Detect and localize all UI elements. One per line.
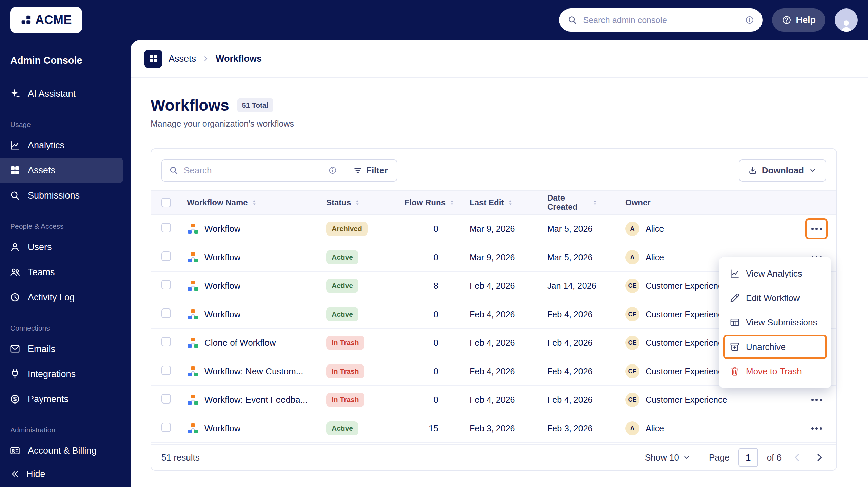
admin-search-input[interactable] — [582, 15, 740, 25]
owner-name: Customer Experience — [646, 338, 727, 348]
date-created-value: Mar 5, 2026 — [547, 224, 625, 234]
show-per-page-select[interactable]: Show 10 — [643, 452, 693, 463]
download-button[interactable]: Download — [739, 159, 826, 182]
column-status[interactable]: Status — [326, 198, 351, 207]
sidebar-item-assets[interactable]: Assets — [0, 158, 123, 183]
workflow-icon — [187, 280, 199, 292]
sort-icon[interactable] — [251, 199, 258, 206]
acme-logo[interactable]: ACME — [10, 7, 82, 33]
table-toolbar: Filter Download — [151, 149, 836, 190]
help-label: Help — [796, 15, 816, 25]
workflow-icon — [187, 394, 199, 406]
workflow-icon — [187, 422, 199, 434]
breadcrumb-assets-link[interactable]: Assets — [169, 54, 196, 64]
sidebar-item-label: AI Assistant — [28, 89, 76, 99]
workflow-name[interactable]: Workflow — [204, 252, 240, 263]
sidebar-hide-button[interactable]: Hide — [0, 461, 131, 487]
admin-search[interactable] — [559, 8, 763, 32]
user-avatar[interactable] — [835, 8, 858, 32]
user-icon — [9, 242, 20, 252]
workflow-name[interactable]: Workflow: Event Feedba... — [204, 395, 308, 405]
caret-down-icon — [809, 166, 817, 174]
menu-item-label: Edit Workflow — [746, 293, 800, 303]
column-last-edit[interactable]: Last Edit — [470, 198, 504, 207]
assets-tile-icon[interactable] — [144, 50, 162, 68]
sidebar-item-teams[interactable]: Teams — [0, 260, 131, 285]
owner-name: Customer Experience — [646, 395, 727, 405]
previous-page-button[interactable] — [790, 451, 804, 464]
sidebar-title: Admin Console — [0, 40, 131, 66]
page-subtitle: Manage your organization's workflows — [151, 119, 837, 129]
owner-avatar: CE — [625, 364, 639, 378]
status-badge: Active — [326, 307, 358, 321]
flow-runs-value: 0 — [403, 252, 470, 263]
menu-item-edit-workflow[interactable]: Edit Workflow — [723, 286, 827, 310]
column-date-created[interactable]: Date Created — [547, 193, 589, 212]
sidebar-item-integrations[interactable]: Integrations — [0, 361, 131, 387]
row-checkbox[interactable] — [161, 337, 171, 346]
row-actions-button[interactable] — [805, 218, 828, 239]
menu-item-label: Move to Trash — [746, 366, 802, 377]
row-checkbox[interactable] — [161, 223, 171, 232]
menu-item-unarchive[interactable]: Unarchive — [723, 335, 827, 359]
page-number-input[interactable] — [738, 448, 758, 467]
table-header: Workflow Name Status Flow Runs Last Edit… — [151, 190, 836, 215]
sidebar-item-activity-log[interactable]: Activity Log — [0, 285, 131, 310]
workflow-name[interactable]: Workflow — [204, 281, 240, 291]
row-checkbox[interactable] — [161, 280, 171, 289]
column-workflow-name[interactable]: Workflow Name — [187, 198, 248, 207]
info-icon[interactable] — [328, 166, 337, 175]
row-checkbox[interactable] — [161, 251, 171, 261]
row-checkbox[interactable] — [161, 366, 171, 375]
sidebar-item-submissions[interactable]: Submissions — [0, 183, 131, 208]
workflow-name[interactable]: Workflow — [204, 423, 240, 434]
workflow-name[interactable]: Workflow — [204, 309, 240, 320]
sort-icon[interactable] — [507, 199, 514, 206]
info-icon[interactable] — [745, 15, 754, 25]
row-actions-button[interactable] — [805, 389, 828, 410]
help-button[interactable]: Help — [772, 8, 825, 32]
row-checkbox[interactable] — [161, 423, 171, 432]
plug-icon — [9, 369, 20, 379]
sidebar-item-payments[interactable]: Payments — [0, 387, 131, 412]
menu-item-move-to-trash[interactable]: Move to Trash — [723, 359, 827, 383]
table-search-input[interactable] — [183, 165, 323, 176]
menu-item-view-analytics[interactable]: View Analytics — [723, 261, 827, 286]
sidebar-item-label: Activity Log — [28, 292, 75, 303]
acme-logo-text: ACME — [35, 13, 72, 27]
row-checkbox[interactable] — [161, 394, 171, 404]
trash-icon — [730, 366, 740, 376]
sidebar-section-label-usage: Usage — [0, 120, 131, 129]
clock-icon — [9, 292, 20, 303]
workflow-name[interactable]: Clone of Workflow — [204, 338, 276, 348]
sort-icon[interactable] — [354, 199, 361, 206]
sort-icon[interactable] — [592, 199, 598, 206]
envelope-icon — [9, 343, 20, 354]
analytics-icon — [9, 140, 20, 151]
row-checkbox[interactable] — [161, 308, 171, 318]
sidebar-item-label: Assets — [28, 165, 55, 176]
dollar-icon — [9, 394, 20, 405]
sidebar-section-label-people-access: People & Access — [0, 222, 131, 230]
last-edit-value: Feb 4, 2026 — [470, 395, 547, 405]
menu-item-label: View Submissions — [746, 317, 817, 328]
workflow-name[interactable]: Workflow: New Custom... — [204, 366, 303, 377]
table-icon — [730, 317, 740, 327]
sort-icon[interactable] — [449, 199, 455, 206]
sidebar-item-emails[interactable]: Emails — [0, 336, 131, 361]
column-flow-runs[interactable]: Flow Runs — [405, 198, 446, 207]
sidebar-item-users[interactable]: Users — [0, 235, 131, 260]
page-count-label: of 6 — [767, 452, 782, 463]
select-all-checkbox[interactable] — [161, 198, 171, 207]
search-icon — [169, 166, 178, 175]
row-actions-button[interactable] — [805, 418, 828, 439]
next-page-button[interactable] — [813, 451, 826, 464]
sidebar-item-account-billing[interactable]: Account & Billing — [0, 438, 131, 463]
workflow-name[interactable]: Workflow — [204, 224, 240, 234]
filter-button[interactable]: Filter — [344, 159, 397, 182]
table-search[interactable] — [161, 159, 344, 182]
sidebar-item-ai-assistant[interactable]: AI Assistant — [0, 81, 131, 106]
menu-item-view-submissions[interactable]: View Submissions — [723, 310, 827, 335]
sidebar-item-analytics[interactable]: Analytics — [0, 133, 131, 158]
workflow-icon — [187, 223, 199, 235]
